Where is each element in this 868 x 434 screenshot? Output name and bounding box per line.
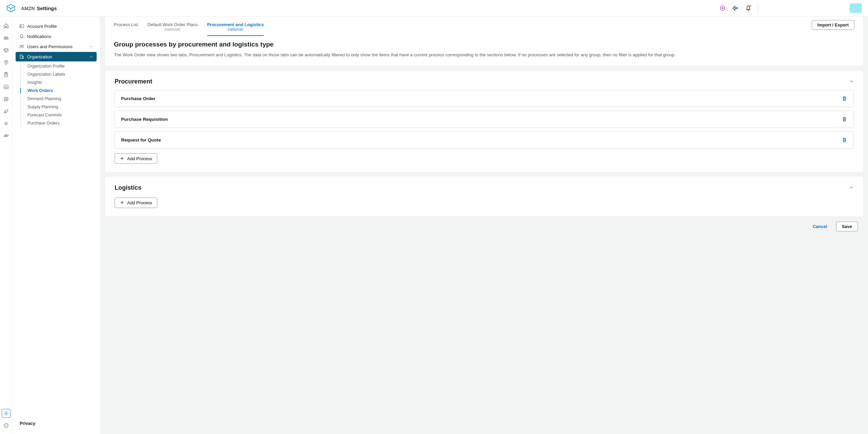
section-title-logistics: Logistics [115,184,141,191]
rail-location-icon[interactable] [2,58,11,67]
sidebar-privacy-link[interactable]: Privacy [16,417,97,429]
feedback-icon[interactable] [732,5,739,12]
rail-gear-small-icon[interactable] [2,119,11,128]
plus-icon [120,200,124,205]
svg-point-4 [6,38,8,39]
subnav-organization-profile[interactable]: Organization Profile [21,62,97,70]
rail-info-icon[interactable] [2,421,11,430]
bell-icon [19,34,24,39]
trash-icon[interactable] [842,137,847,143]
sidebar-item-label: Notifications [27,34,51,39]
header-page-title: Settings [37,5,57,11]
trash-icon[interactable] [842,116,847,122]
page-header-panel: Process List Default Work Order Plans (o… [105,17,863,66]
building-icon [19,54,24,59]
app-header: AMZN Settings [0,0,868,17]
rail-link-icon[interactable] [2,131,11,140]
main-content: Process List Default Work Order Plans (o… [100,17,868,434]
icon-rail [0,17,12,434]
notification-badge-dot [750,5,751,7]
settings-sidebar: Account Profile Notifications Users and … [12,17,100,434]
rail-grid-icon[interactable] [2,95,11,103]
rail-leaf-icon[interactable] [2,107,11,116]
subnav-supply-planning[interactable]: Supply Planning [21,103,97,111]
cube-logo-icon [6,3,16,13]
svg-marker-0 [7,4,15,9]
chevron-down-icon [89,44,93,49]
svg-point-3 [4,38,6,39]
page-description: The Work Order view shows two tabs, Proc… [114,52,854,58]
ai-assistant-icon[interactable] [719,5,726,12]
save-button[interactable]: Save [836,222,858,231]
collapse-icon[interactable] [849,185,854,190]
svg-point-25 [21,25,22,26]
organization-subnav: Organization Profile Organization Labels… [20,62,97,127]
page-title: Group processes by procurement and logis… [114,41,854,48]
tab-process-list[interactable]: Process List [114,22,138,31]
header-title: AMZN Settings [21,5,57,11]
collapse-icon[interactable] [849,79,854,84]
chevron-up-icon [89,55,93,59]
sidebar-item-label: Users and Permissions [27,44,73,49]
sidebar-item-notifications[interactable]: Notifications [16,32,97,41]
section-title-procurement: Procurement [115,78,152,85]
subnav-work-orders[interactable]: Work Orders [21,87,97,95]
header-org-code: AMZN [21,6,35,11]
svg-point-5 [5,61,6,62]
rail-settings-icon[interactable] [2,409,11,418]
add-process-button[interactable]: Add Process [115,153,157,164]
tab-default-work-order-plans[interactable]: Default Work Order Plans (optional) [147,22,198,35]
app-logo[interactable] [5,2,17,14]
notifications-bell-icon[interactable] [745,5,752,12]
users-icon [19,44,24,49]
plus-icon [120,156,124,161]
process-name: Request for Quote [121,137,161,143]
rail-clipboard-icon[interactable] [2,70,11,79]
sidebar-item-users-permissions[interactable]: Users and Permissions [16,42,97,51]
subnav-demand-planning[interactable]: Demand Planning [21,95,97,103]
subnav-insights[interactable]: Insights [21,78,97,87]
sidebar-item-account-profile[interactable]: Account Profile [16,21,97,31]
user-card-icon [19,23,24,29]
process-row[interactable]: Purchase Order [115,90,854,107]
footer-actions: Cancel Save [105,221,863,237]
sidebar-item-label: Account Profile [27,24,57,29]
svg-rect-29 [22,56,23,59]
sidebar-item-organization[interactable]: Organization [16,52,97,61]
sidebar-item-label: Organization [27,54,52,59]
rail-chart-icon[interactable] [2,82,11,91]
procurement-section: Procurement Purchase Order Purchase Requ… [105,71,863,172]
svg-point-17 [5,123,7,124]
tab-procurement-and-logistics[interactable]: Procurement and Logistics (optional) [207,22,264,36]
svg-point-26 [20,45,22,46]
import-export-button[interactable]: Import / Export [812,20,854,30]
process-name: Purchase Order [121,96,155,101]
trash-icon[interactable] [842,96,847,101]
add-process-button[interactable]: Add Process [115,197,157,208]
svg-point-27 [22,45,23,46]
header-divider [758,4,758,12]
user-menu[interactable] [850,3,862,13]
tabs: Process List Default Work Order Plans (o… [105,17,273,36]
subnav-forecast-commits[interactable]: Forecast Commits [21,111,97,119]
rail-package-icon[interactable] [2,46,11,55]
process-name: Purchase Requisition [121,117,168,122]
cancel-button[interactable]: Cancel [807,222,833,231]
svg-point-20 [5,413,7,414]
rail-binoculars-icon[interactable] [2,34,11,42]
svg-rect-24 [20,24,24,27]
subnav-purchase-orders[interactable]: Purchase Orders [21,119,97,127]
process-row[interactable]: Purchase Requisition [115,111,854,128]
subnav-organization-labels[interactable]: Organization Labels [21,70,97,78]
header-actions [719,4,758,12]
svg-point-2 [722,7,724,9]
logistics-section: Logistics Add Process [105,177,863,216]
process-row[interactable]: Request for Quote [115,131,854,149]
rail-home-icon[interactable] [2,21,11,30]
